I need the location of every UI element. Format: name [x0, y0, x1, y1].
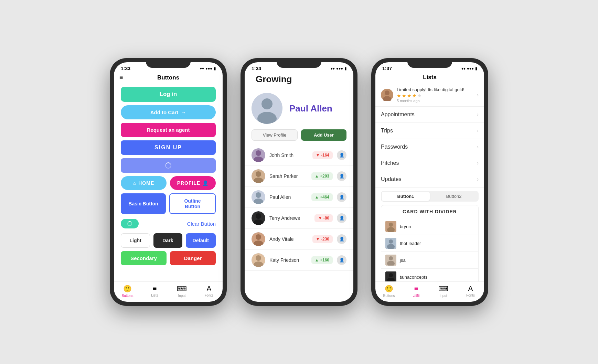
- add-user-button[interactable]: Add User: [301, 129, 346, 141]
- wifi-icon-1: ▾▾: [200, 66, 204, 71]
- add-to-cart-button[interactable]: Add to Cart →: [121, 105, 216, 119]
- user-name-5: Katy Friedson: [269, 257, 307, 263]
- danger-button[interactable]: Danger: [170, 251, 216, 265]
- user-action-5[interactable]: 👤: [337, 255, 346, 265]
- card-avatar-talhaconcepts: [385, 271, 396, 281]
- chevron-passwords: ›: [477, 144, 479, 150]
- tab-fonts-1[interactable]: A Fonts: [195, 285, 223, 298]
- avatar: [252, 93, 282, 124]
- list-item-pitches[interactable]: Pitches ›: [375, 155, 484, 171]
- clear-button[interactable]: Clear Button: [187, 221, 216, 227]
- tab-lists-3[interactable]: ≡ Lists: [403, 285, 430, 298]
- battery-icon-3: ▮: [475, 66, 477, 71]
- outline-button[interactable]: Outline Button: [169, 193, 216, 214]
- loading-button[interactable]: [121, 158, 216, 173]
- user-action-2[interactable]: 👤: [337, 192, 346, 202]
- default-button[interactable]: Default: [186, 233, 216, 248]
- list-item-appointments[interactable]: Appointments ›: [375, 107, 484, 123]
- hamburger-icon[interactable]: ≡: [119, 74, 123, 81]
- light-button[interactable]: Light: [121, 233, 150, 248]
- basic-button[interactable]: Basic Button: [121, 193, 166, 214]
- toggle-spinner: [127, 221, 132, 226]
- buttons-content: Log in Add to Cart → Request an agent SI…: [114, 84, 223, 281]
- card-name-brynn: brynn: [400, 224, 411, 229]
- time-3: 1:37: [382, 66, 392, 71]
- phone1: 1:33 ▾▾ ●●● ▮ ≡ Buttons Log in Add to Ca…: [110, 58, 227, 306]
- buttons-tab-icon: 🙂: [123, 285, 132, 293]
- profile-name: Paul Allen: [289, 103, 332, 114]
- view-profile-button[interactable]: View Profile: [252, 129, 298, 141]
- profile-actions: View Profile Add User: [245, 129, 353, 145]
- toggle-switch[interactable]: [121, 219, 139, 228]
- user-name-1: Sarah Parker: [269, 173, 307, 179]
- review-card[interactable]: Limited supply! Its like digital gold! ★…: [375, 84, 484, 107]
- star-3: ★: [407, 93, 412, 98]
- tab-buttons-3[interactable]: 🙂 Buttons: [375, 285, 403, 298]
- tab-input-3[interactable]: ⌨ Input: [430, 285, 457, 298]
- svg-point-16: [256, 234, 261, 240]
- tab-label-input-3: Input: [439, 294, 447, 298]
- user-action-0[interactable]: 👤: [337, 150, 346, 160]
- score-badge-4: ▼ -230: [312, 235, 333, 243]
- phone2: 1:34 ▾▾ ●●● ▮ Growing: [241, 58, 357, 306]
- user-name-0: Johh Smith: [269, 152, 308, 158]
- star-4: ★: [412, 93, 417, 98]
- card-item-thot-leader: thot leader: [381, 235, 478, 252]
- notch2: [277, 58, 321, 68]
- review-chevron: ›: [477, 92, 479, 98]
- review-avatar: [381, 89, 393, 101]
- user-item-4: Andy Vitale ▼ -230 👤: [245, 229, 353, 250]
- battery-icon-2: ▮: [344, 66, 346, 71]
- profile-button[interactable]: PROFILE 👤: [170, 176, 216, 190]
- card-avatar-thot-leader: [385, 238, 396, 249]
- tab-buttons-1[interactable]: 🙂 Buttons: [114, 285, 141, 298]
- svg-point-1: [261, 98, 273, 109]
- tab-lists-1[interactable]: ≡ Lists: [141, 285, 168, 298]
- user-avatar-1: [252, 169, 265, 183]
- list-item-passwords[interactable]: Passwords ›: [375, 139, 484, 155]
- tab-label-fonts-3: Fonts: [466, 293, 475, 297]
- star-2: ★: [402, 93, 406, 98]
- seg-tab-button1[interactable]: Button1: [382, 192, 430, 201]
- score-badge-1: ▲ +203: [311, 172, 333, 180]
- fonts-tab-icon-1: A: [207, 285, 211, 292]
- tab-fonts-3[interactable]: A Fonts: [457, 285, 484, 298]
- card-name-thot-leader: thot leader: [400, 241, 421, 246]
- star-1: ★: [397, 93, 401, 98]
- user-avatar-2: [252, 190, 265, 204]
- user-item-5: Katy Friedson ▲ +160 👤: [245, 250, 353, 271]
- signup-button[interactable]: SIGN UP: [121, 140, 216, 155]
- tab-label-buttons-3: Buttons: [383, 294, 395, 298]
- user-avatar-5: [252, 253, 265, 267]
- user-action-1[interactable]: 👤: [337, 171, 346, 181]
- score-badge-0: ▼ -164: [312, 151, 333, 159]
- profile-card: Paul Allen: [245, 87, 353, 129]
- notch3: [407, 58, 452, 68]
- seg-tab-button2[interactable]: Button2: [430, 192, 478, 201]
- time-2: 1:34: [252, 66, 261, 71]
- home-button[interactable]: ⌂ HOME: [121, 176, 167, 190]
- page-title-1: Buttons: [157, 74, 179, 81]
- lists-tab-icon-3: ≡: [414, 285, 418, 292]
- tab-label-lists-1: Lists: [151, 293, 158, 297]
- tab-label-buttons-1: Buttons: [122, 294, 134, 298]
- list-item-trips[interactable]: Trips ›: [375, 123, 484, 139]
- login-button[interactable]: Log in: [121, 87, 216, 102]
- user-action-3[interactable]: 👤: [337, 213, 346, 223]
- tab-input-1[interactable]: ⌨ Input: [168, 285, 195, 298]
- arrow-icon: →: [181, 109, 186, 115]
- phone3: 1:37 ▾▾ ●●● ▮ Lists Limited supply! Its …: [371, 58, 488, 306]
- svg-point-34: [389, 273, 393, 277]
- user-action-4[interactable]: 👤: [337, 234, 346, 244]
- basic-outline-row: Basic Button Outline Button: [121, 193, 216, 214]
- review-content: Limited supply! Its like digital gold! ★…: [397, 87, 473, 103]
- list-item-updates[interactable]: Updates ›: [375, 171, 484, 188]
- phones-container: 1:33 ▾▾ ●●● ▮ ≡ Buttons Log in Add to Ca…: [110, 58, 488, 306]
- status-icons-3: ▾▾ ●●● ▮: [461, 66, 477, 71]
- list-label-passwords: Passwords: [381, 144, 477, 150]
- request-agent-button[interactable]: Request an agent: [121, 123, 216, 137]
- card-divider-title: CARD WITH DIVIDER: [381, 205, 478, 218]
- dark-button[interactable]: Dark: [153, 233, 182, 248]
- growing-title: Growing: [250, 74, 348, 85]
- secondary-button[interactable]: Secondary: [121, 251, 167, 265]
